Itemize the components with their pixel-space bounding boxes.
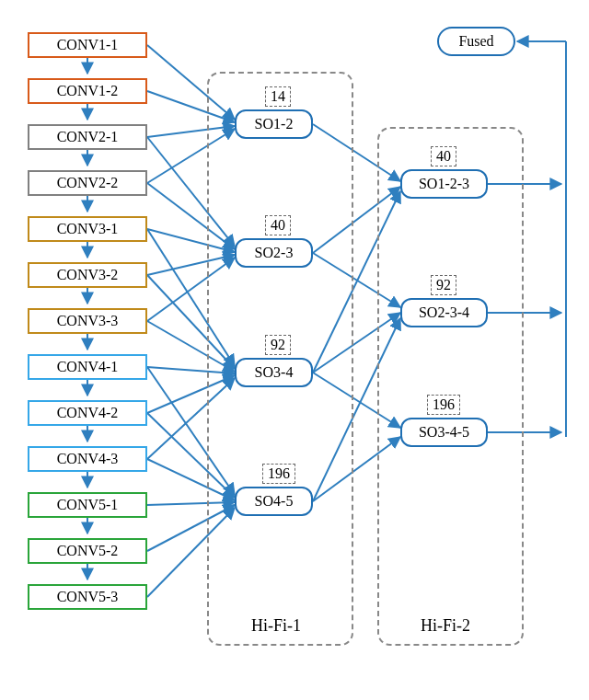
so2-3-4-size: 92 [431, 275, 456, 295]
so1-2-3: SO1-2-3 [400, 169, 488, 199]
so1-2-size: 14 [265, 86, 291, 107]
conv4-1: CONV4-1 [28, 354, 147, 380]
diagram-stage: CONV1-1 CONV1-2 CONV2-1 CONV2-2 CONV3-1 … [0, 0, 589, 700]
conv5-1: CONV5-1 [28, 492, 147, 518]
hifi1-label: Hi-Fi-1 [251, 616, 301, 636]
so2-3-size: 40 [265, 215, 291, 235]
conv5-2: CONV5-2 [28, 538, 147, 564]
conv4-2: CONV4-2 [28, 400, 147, 426]
conv4-3: CONV4-3 [28, 446, 147, 472]
so3-4-size: 92 [265, 335, 291, 355]
so2-3-4: SO2-3-4 [400, 298, 488, 327]
conv1-2: CONV1-2 [28, 78, 147, 104]
conv3-3: CONV3-3 [28, 308, 147, 334]
hifi2-container [377, 127, 524, 646]
so4-5: SO4-5 [235, 487, 313, 516]
so3-4-5: SO3-4-5 [400, 418, 488, 447]
so4-5-size: 196 [262, 464, 295, 484]
conv2-2: CONV2-2 [28, 170, 147, 196]
so2-3: SO2-3 [235, 238, 313, 268]
so3-4: SO3-4 [235, 358, 313, 387]
conv5-3: CONV5-3 [28, 584, 147, 610]
conv3-1: CONV3-1 [28, 216, 147, 242]
conv1-1: CONV1-1 [28, 32, 147, 58]
hifi2-label: Hi-Fi-2 [421, 616, 470, 636]
so1-2: SO1-2 [235, 109, 313, 139]
conv2-1: CONV2-1 [28, 124, 147, 150]
so1-2-3-size: 40 [431, 146, 456, 166]
fused-node: Fused [437, 27, 515, 56]
conv3-2: CONV3-2 [28, 262, 147, 288]
so3-4-5-size: 196 [427, 395, 460, 415]
